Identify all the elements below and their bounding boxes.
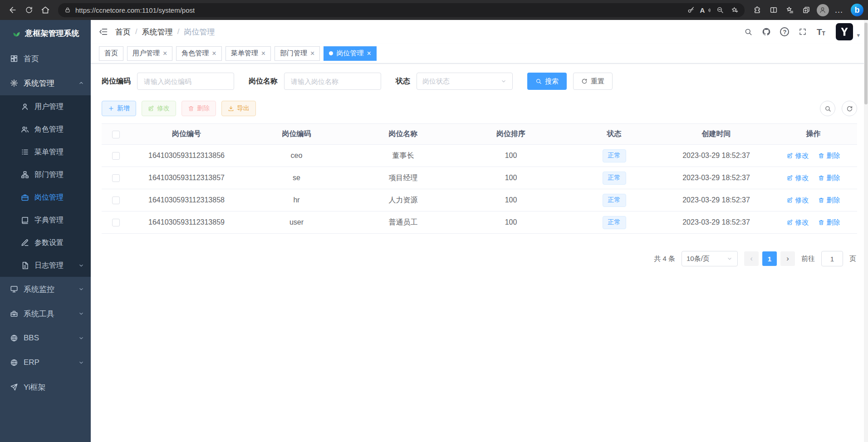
page-size-select[interactable]: 10条/页 [682,251,738,266]
window-scrollbar[interactable] [864,20,868,442]
cell-created: 2023-03-29 18:52:37 [663,189,770,211]
edit-button[interactable]: 修改 [142,101,176,116]
row-checkbox[interactable] [112,152,120,160]
close-icon[interactable]: × [310,50,314,57]
read-aloud-button[interactable]: A [698,4,713,16]
sidebar-item-user-management[interactable]: 用户管理 [0,95,91,118]
dashboard-icon [10,54,18,63]
tab-menu-management[interactable]: 菜单管理 × [226,46,271,61]
post-code-input[interactable] [137,73,234,90]
tab-user-management[interactable]: 用户管理 × [127,46,172,61]
add-favorite-button[interactable] [727,4,742,16]
status-select[interactable]: 岗位状态 [417,73,513,90]
address-bar[interactable]: https://ccnetcore.com:1101/system/post A [58,3,745,17]
sidebar-item-dict-management[interactable]: 字典管理 [0,209,91,231]
sidebar-item-erp[interactable]: ERP [0,350,91,375]
sidebar-item-post-management[interactable]: 岗位管理 [0,186,91,209]
extensions-button[interactable] [749,2,765,18]
delete-button[interactable]: 删除 [181,101,216,116]
close-icon[interactable]: × [212,50,216,57]
tab-dept-management[interactable]: 部门管理 × [275,46,320,61]
toggle-search-button[interactable] [820,101,835,116]
page-number-button[interactable]: 1 [762,251,777,266]
reset-button[interactable]: 重置 [573,73,613,90]
prev-page-button[interactable]: ‹ [744,251,759,266]
tab-role-management[interactable]: 角色管理 × [176,46,221,61]
list-icon [21,148,29,156]
zoom-button[interactable] [713,4,727,16]
close-icon[interactable]: × [367,50,371,57]
row-delete-button[interactable]: 删除 [818,196,840,205]
row-checkbox[interactable] [112,196,120,204]
goto-label: 前往 [801,255,815,263]
browser-refresh-button[interactable] [21,2,37,18]
row-edit-button[interactable]: 修改 [787,218,809,227]
book-icon [21,216,29,224]
sidebar-item-bbs[interactable]: BBS [0,326,91,350]
scrollbar-thumb[interactable] [864,23,868,104]
search-button[interactable]: 搜索 [527,73,567,90]
tab-post-management[interactable]: 岗位管理 × [324,46,376,61]
chevron-up-icon [78,80,84,86]
export-button[interactable]: 导出 [221,101,256,116]
cell-post-name: 普通员工 [350,211,456,234]
row-checkbox[interactable] [112,174,120,182]
col-actions: 操作 [770,124,857,145]
github-link[interactable] [759,24,774,39]
fullscreen-button[interactable] [795,24,810,39]
tab-home[interactable]: 首页 [99,46,123,61]
refresh-icon [25,6,33,14]
row-edit-button[interactable]: 修改 [787,174,809,182]
cell-post-id: 1641030593112313858 [130,189,243,211]
collections-button[interactable] [798,2,814,18]
trash-icon [818,175,824,181]
split-screen-button[interactable] [765,2,782,18]
sidebar-item-parameter-settings[interactable]: 参数设置 [0,231,91,254]
sidebar-toggle-button[interactable] [99,27,108,36]
sidebar-item-dept-management[interactable]: 部门管理 [0,163,91,186]
trash-icon [818,152,824,159]
favorites-button[interactable] [782,2,798,18]
refresh-table-button[interactable] [842,101,857,116]
post-name-input[interactable] [284,73,381,90]
docs-help-button[interactable]: ? [777,24,792,39]
sidebar-item-system-management[interactable]: 系统管理 [0,71,91,95]
next-page-button[interactable]: › [780,251,795,266]
browser-settings-button[interactable]: … [831,2,847,18]
row-edit-button[interactable]: 修改 [787,152,809,160]
browser-home-button[interactable] [37,2,54,18]
row-delete-button[interactable]: 删除 [818,218,840,227]
row-checkbox[interactable] [112,219,120,226]
close-icon[interactable]: × [163,50,167,57]
sidebar-item-yi-framework[interactable]: Yi框架 [0,375,91,399]
sidebar-item-log-management[interactable]: 日志管理 [0,254,91,277]
sidebar-item-system-tools[interactable]: 系统工具 [0,301,91,326]
cell-post-code: hr [243,189,350,211]
sidebar-item-role-management[interactable]: 角色管理 [0,118,91,141]
browser-back-button[interactable] [5,2,21,18]
font-size-button[interactable]: TT [813,24,829,39]
user-avatar-menu[interactable] [836,23,853,40]
browser-profile-button[interactable] [814,2,831,18]
password-key-button[interactable] [684,4,698,16]
add-button[interactable]: 新增 [102,101,136,116]
top-navbar: 首页 / 系统管理 / 岗位管理 ? TT ▾ [91,20,868,44]
bing-copilot-button[interactable]: b [851,4,863,16]
app-logo[interactable]: 意框架管理系统 [0,20,91,46]
close-icon[interactable]: × [261,50,265,57]
browser-chrome: https://ccnetcore.com:1101/system/post A… [0,0,868,20]
breadcrumb-home[interactable]: 首页 [115,27,131,37]
caret-down-icon[interactable]: ▾ [857,32,860,40]
sidebar-item-menu-management[interactable]: 菜单管理 [0,141,91,163]
sidebar-item-system-monitor[interactable]: 系统监控 [0,277,91,301]
select-all-checkbox[interactable] [112,131,120,138]
row-delete-button[interactable]: 删除 [818,152,840,160]
row-delete-button[interactable]: 删除 [818,174,840,182]
goto-page-input[interactable] [821,251,843,266]
row-edit-button[interactable]: 修改 [787,196,809,205]
breadcrumb-system[interactable]: 系统管理 [142,27,173,37]
sidebar-item-home[interactable]: 首页 [0,46,91,71]
monitor-icon [10,285,18,293]
header-search-button[interactable] [740,24,756,39]
table-toolbar: 新增 修改 删除 导出 [102,101,857,116]
